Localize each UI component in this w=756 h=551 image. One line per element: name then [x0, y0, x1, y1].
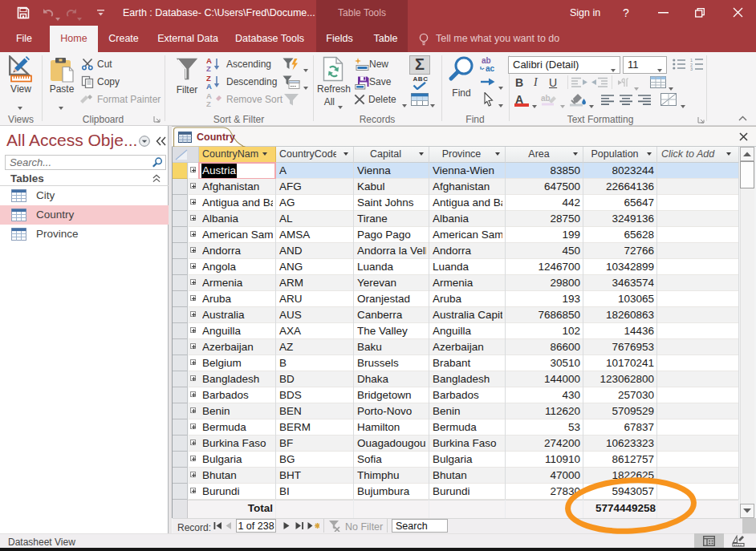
svg-text:A: A: [206, 82, 212, 90]
svg-text:3: 3: [690, 67, 693, 71]
svg-text:Z: Z: [206, 99, 211, 107]
svg-text:ab: ab: [541, 94, 551, 103]
svg-text:Z: Z: [206, 64, 211, 72]
svg-text:ac: ac: [486, 64, 495, 72]
